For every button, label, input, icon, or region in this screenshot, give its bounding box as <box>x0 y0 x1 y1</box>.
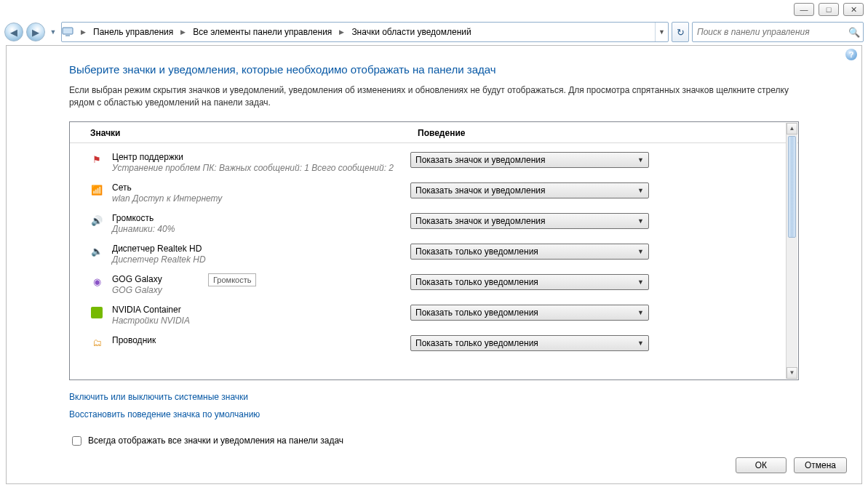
minimize-button[interactable]: — <box>794 3 814 16</box>
row-subtitle: Настройки NVIDIA <box>112 316 410 326</box>
row-title: GOG Galaxy <box>112 274 410 284</box>
nav-back-button[interactable]: ◀ <box>4 23 23 41</box>
always-show-label: Всегда отображать все значки и уведомлен… <box>88 435 343 446</box>
toggle-system-icons-link[interactable]: Включить или выключить системные значки <box>69 392 248 402</box>
dropdown-value: Показать только уведомления <box>415 338 538 348</box>
search-box: 🔍 <box>692 22 864 42</box>
control-panel-icon <box>62 27 78 37</box>
row-subtitle: Диспетчер Realtek HD <box>112 254 410 265</box>
breadcrumb-dropdown[interactable]: ▼ <box>655 23 668 41</box>
explorer-icon: 🗂 <box>90 337 103 350</box>
nav-history-dropdown[interactable]: ▼ <box>48 28 58 36</box>
row-subtitle: Динамики: 40% <box>112 224 410 234</box>
breadcrumb: ▶ Панель управления ▶ Все элементы панел… <box>61 22 669 42</box>
row-subtitle: GOG Galaxy <box>112 285 410 295</box>
list-item: ◉ GOG Galaxy GOG Galaxy Показать только … <box>70 270 785 301</box>
nav-forward-button[interactable]: ◀ <box>26 23 45 41</box>
row-title: Сеть <box>112 182 410 193</box>
behavior-dropdown[interactable]: Показать значок и уведомления ▼ <box>410 152 649 168</box>
row-subtitle: wlan Доступ к Интернету <box>112 193 410 204</box>
chevron-down-icon: ▼ <box>637 156 644 164</box>
content-frame: ? Выберите значки и уведомления, которые… <box>6 45 862 484</box>
help-button[interactable]: ? <box>845 49 857 60</box>
maximize-button[interactable]: □ <box>819 3 839 16</box>
chevron-down-icon: ▼ <box>637 248 644 255</box>
realtek-icon: 🔈 <box>90 245 103 258</box>
list-body: ⚑ Центр поддержки Устранение проблем ПК:… <box>70 144 785 379</box>
behavior-dropdown[interactable]: Показать только уведомления ▼ <box>410 274 649 290</box>
chevron-right-icon[interactable]: ▶ <box>78 28 89 36</box>
list-item: NVIDIA Container Настройки NVIDIA Показа… <box>70 301 785 332</box>
cancel-button[interactable]: Отмена <box>794 457 847 473</box>
action-center-icon: ⚑ <box>90 153 103 166</box>
address-bar: ◀ ◀ ▼ ▶ Панель управления ▶ Все элементы… <box>4 22 864 42</box>
dropdown-value: Показать только уведомления <box>415 246 538 257</box>
gog-icon: ◉ <box>90 276 103 289</box>
list-header: Значки Поведение <box>70 122 798 143</box>
window-controls: — □ ✕ <box>794 3 864 16</box>
dropdown-value: Показать только уведомления <box>415 277 538 287</box>
row-title: Громкость <box>112 213 410 223</box>
ok-button[interactable]: ОК <box>736 457 787 473</box>
breadcrumb-control-panel[interactable]: Панель управления <box>89 23 178 41</box>
chevron-right-icon[interactable]: ▶ <box>178 28 188 36</box>
chevron-down-icon: ▼ <box>637 340 644 347</box>
row-title: Диспетчер Realtek HD <box>112 244 410 254</box>
behavior-dropdown[interactable]: Показать значок и уведомления ▼ <box>410 213 649 229</box>
list-item: 🔊 Громкость Динамики: 40% Показать значо… <box>70 209 785 240</box>
network-icon: 📶 <box>90 184 103 197</box>
row-title: Проводник <box>112 335 410 345</box>
behavior-dropdown[interactable]: Показать только уведомления ▼ <box>410 244 649 260</box>
row-title: Центр поддержки <box>112 152 410 162</box>
page-title: Выберите значки и уведомления, которые н… <box>69 63 799 76</box>
column-header-behavior: Поведение <box>418 128 778 138</box>
search-icon[interactable]: 🔍 <box>848 27 860 38</box>
behavior-dropdown[interactable]: Показать только уведомления ▼ <box>410 335 649 351</box>
always-show-checkbox-row: Всегда отображать все значки и уведомлен… <box>69 434 799 448</box>
scroll-down-button[interactable]: ▼ <box>787 367 797 379</box>
behavior-dropdown[interactable]: Показать только уведомления ▼ <box>410 305 649 321</box>
chevron-down-icon: ▼ <box>637 278 644 286</box>
chevron-down-icon: ▼ <box>637 187 644 194</box>
page-description: Если выбран режим скрытия значков и увед… <box>69 84 799 110</box>
tooltip: Громкость <box>208 273 256 286</box>
row-title: NVIDIA Container <box>112 305 410 315</box>
behavior-dropdown[interactable]: Показать значок и уведомления ▼ <box>410 182 649 198</box>
column-header-icons: Значки <box>90 128 418 138</box>
footer-buttons: ОК Отмена <box>736 457 847 473</box>
nvidia-icon <box>90 306 103 319</box>
refresh-button[interactable]: ↻ <box>672 22 689 42</box>
volume-icon: 🔊 <box>90 214 103 228</box>
breadcrumb-notification-icons[interactable]: Значки области уведомлений <box>347 23 475 41</box>
list-item: 🗂 Проводник Показать только уведомления … <box>70 332 785 351</box>
scroll-thumb[interactable] <box>788 136 796 238</box>
dropdown-value: Показать только уведомления <box>415 308 538 318</box>
dropdown-value: Показать значок и уведомления <box>415 185 546 196</box>
chevron-down-icon: ▼ <box>637 217 644 225</box>
breadcrumb-all-items[interactable]: Все элементы панели управления <box>188 23 336 41</box>
dropdown-value: Показать значок и уведомления <box>415 155 546 165</box>
always-show-checkbox[interactable] <box>72 436 81 446</box>
scroll-up-button[interactable]: ▲ <box>787 123 797 134</box>
svg-rect-1 <box>65 35 70 36</box>
list-item: 📶 Сеть wlan Доступ к Интернету Показать … <box>70 179 785 209</box>
icon-behavior-list: Значки Поведение ⚑ Центр поддержки Устра… <box>69 121 799 380</box>
restore-default-link[interactable]: Восстановить поведение значка по умолчан… <box>69 409 260 419</box>
close-button[interactable]: ✕ <box>843 3 864 16</box>
row-subtitle: Устранение проблем ПК: Важных сообщений:… <box>112 163 410 173</box>
scrollbar[interactable]: ▲ ▼ <box>786 123 797 379</box>
list-item: ⚑ Центр поддержки Устранение проблем ПК:… <box>70 148 785 179</box>
list-item: 🔈 Диспетчер Realtek HD Диспетчер Realtek… <box>70 240 785 270</box>
dropdown-value: Показать значок и уведомления <box>415 216 546 226</box>
search-input[interactable] <box>696 26 848 38</box>
svg-rect-0 <box>63 28 73 34</box>
chevron-down-icon: ▼ <box>637 309 644 316</box>
chevron-right-icon[interactable]: ▶ <box>336 28 347 36</box>
